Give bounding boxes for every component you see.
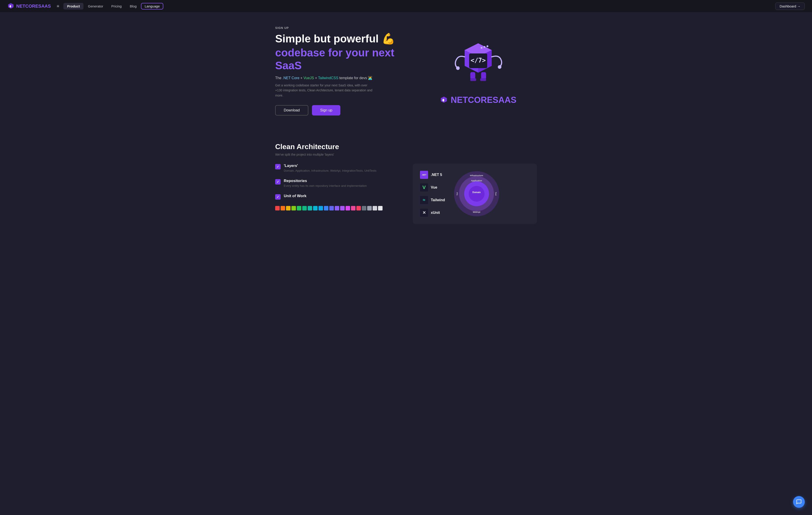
color-swatch [340,206,345,210]
net-label: .NET 5 [431,173,442,177]
layers-label: 'Layers' [284,164,376,168]
svg-text:</7>: </7> [470,57,486,64]
arch-title: Clean Architecture [275,143,537,151]
arch-diagram: .NET .NET 5 V Vue ≈ Tailwind [413,164,537,224]
tech-tailwind: ≈ Tailwind [420,196,445,204]
tech-vue: V Vue [420,183,445,192]
color-swatch [356,206,361,210]
nav-item-blog[interactable]: Blog [126,3,140,9]
chat-icon [796,499,802,505]
signup-button[interactable]: Sign up [312,105,340,115]
circle-core [469,186,485,202]
color-swatch [362,206,366,210]
repos-label: Repositories [284,179,367,183]
label-vue: Vue [456,192,458,195]
color-swatches [275,206,399,210]
color-swatch [329,206,334,210]
svg-rect-8 [470,78,476,81]
svg-rect-10 [480,78,486,81]
arch-subtitle: We've split the project into multiple 'l… [275,153,537,156]
check-item-repos: Repositories Every entity has its own re… [275,179,399,188]
brand-logo-text: NETCORESAAS [451,95,516,105]
download-button[interactable]: Download [275,105,308,115]
repos-desc: Every entity has its own repository inte… [284,184,367,188]
xunit-icon: ✕ [420,209,428,217]
hero-subtitle: The .NET Core + VueJS + TailwindCSS temp… [275,76,410,80]
mascot-illustration: </7> [446,36,510,95]
logo-icon [7,3,14,10]
svg-point-4 [487,45,488,47]
brand-logo: NETCORESAAS [440,95,516,105]
svg-point-2 [481,47,483,49]
arch-content: 'Layers' Domain, Application, Infrastruc… [275,164,537,224]
color-swatch [378,206,382,210]
net-icon: .NET [420,171,428,179]
arch-right: .NET .NET 5 V Vue ≈ Tailwind [413,164,537,224]
navbar: NETCORESAAS ☀ Product Generator Pricing … [0,0,812,12]
nav-language[interactable]: Language [141,3,163,9]
color-swatch [324,206,328,210]
label-infrastructure: Infrastructure [470,174,483,177]
hero-right: </7> [410,36,546,105]
vue-icon: V [420,183,428,192]
hero-left: SIGN UP Simple but powerful 💪 codebase f… [275,26,410,115]
color-swatch [297,206,301,210]
arch-left: 'Layers' Domain, Application, Infrastruc… [275,164,399,210]
color-swatch [281,206,285,210]
check-icon-uow [275,194,281,200]
signup-label: SIGN UP [275,26,410,30]
theme-toggle[interactable]: ☀ [56,4,60,9]
nav-item-generator[interactable]: Generator [84,3,107,9]
vue-label: Vue [431,185,437,190]
tailwind-label: Tailwind [431,198,445,202]
svg-rect-9 [481,72,486,79]
color-swatch [335,206,339,210]
label-webapi: WebApi [473,211,480,213]
color-swatch [313,206,318,210]
dashboard-button[interactable]: Dashboard → [775,2,805,10]
svg-point-3 [484,46,485,48]
check-item-layers: 'Layers' Domain, Application, Infrastruc… [275,164,399,172]
color-swatch [373,206,377,210]
svg-point-5 [456,66,460,70]
hero-title-line2: codebase for your next SaaS [275,46,410,72]
label-domain: Domain [472,191,481,194]
color-swatch [351,206,355,210]
color-swatch [275,206,280,210]
tech-xunit: ✕ xUnit [420,209,445,217]
color-swatch [308,206,312,210]
color-swatch [291,206,296,210]
color-swatch [367,206,372,210]
nav-item-pricing[interactable]: Pricing [108,3,125,9]
tailwind-icon: ≈ [420,196,428,204]
color-swatch [318,206,323,210]
xunit-label: xUnit [431,211,440,215]
uow-label: Unit of Work [284,194,307,198]
check-icon-layers [275,164,281,169]
svg-point-6 [498,65,501,69]
check-item-uow: Unit of Work [275,194,399,200]
color-swatch [286,206,291,210]
hero-title-line1: Simple but powerful 💪 [275,32,410,45]
brand-icon [440,96,448,104]
svg-rect-7 [470,72,475,79]
tech-stack: .NET .NET 5 V Vue ≈ Tailwind [420,171,445,217]
label-test: Test [495,192,497,196]
chat-button[interactable] [793,496,805,508]
nav-items: Product Generator Pricing Blog Language [63,3,775,9]
concentric-diagram: Infrastructure Application Domain WebApi… [454,171,499,216]
architecture-section: Clean Architecture We've split the proje… [248,129,564,237]
hero-description: Get a working codebase starter for your … [275,83,374,98]
layers-desc: Domain, Application, Infrastructure, Web… [284,169,376,172]
hero-section: SIGN UP Simple but powerful 💪 codebase f… [248,12,564,129]
logo[interactable]: NETCORESAAS [7,3,51,10]
color-swatch [346,206,350,210]
hero-buttons: Download Sign up [275,105,410,115]
logo-text: NETCORESAAS [16,4,51,9]
nav-item-product[interactable]: Product [63,3,83,9]
label-application: Application [471,179,482,182]
tech-net: .NET .NET 5 [420,171,445,179]
color-swatch [302,206,307,210]
check-icon-repos [275,179,281,184]
